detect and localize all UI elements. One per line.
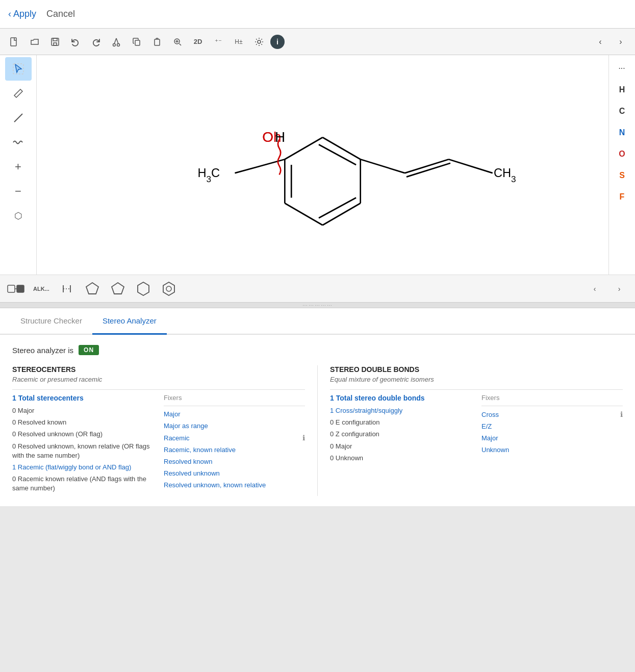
- svg-line-23: [319, 144, 356, 165]
- stereo-double-bonds-section: STEREO DOUBLE BONDS Equal mixture of geo…: [318, 365, 623, 496]
- tab-label: Stereo Analyzer: [103, 316, 157, 325]
- toolbar-arrow-left[interactable]: ‹: [591, 33, 609, 51]
- fixer-ez[interactable]: E/Z: [481, 422, 623, 430]
- bottom-arrow-left[interactable]: ‹: [583, 279, 606, 299]
- fixer-double-major[interactable]: Major: [481, 434, 623, 442]
- fixer-major-as-range[interactable]: Major as range: [164, 422, 305, 430]
- copy-button[interactable]: [128, 33, 146, 51]
- svg-line-11: [180, 43, 182, 45]
- svg-text:CH3: CH3: [494, 166, 516, 184]
- stat-major: 0 Major: [12, 406, 154, 415]
- two-col-layout: STEREOCENTERS Racemic or presumed racemi…: [12, 365, 623, 496]
- cut-button[interactable]: [107, 33, 125, 51]
- erase-tool[interactable]: [5, 82, 32, 105]
- 2d-button[interactable]: 2D: [189, 33, 207, 51]
- svg-marker-43: [163, 282, 174, 295]
- stereocenters-inner: 1 Total stereocenters 0 Major 0 Resolved…: [12, 394, 305, 496]
- S-element-button[interactable]: S: [613, 166, 631, 185]
- bracket-button[interactable]: [55, 279, 79, 299]
- stat-resolved-known: 0 Resolved known: [12, 418, 154, 427]
- svg-rect-0: [11, 38, 16, 46]
- H-element-button[interactable]: H: [613, 81, 631, 99]
- svg-line-22: [285, 137, 322, 159]
- stereo-toggle[interactable]: ON: [79, 345, 99, 355]
- toolbar-arrow-right[interactable]: ›: [612, 33, 630, 51]
- svg-rect-37: [17, 285, 24, 292]
- cancel-button[interactable]: Cancel: [46, 9, 75, 19]
- template-tool[interactable]: ⬡: [5, 204, 32, 228]
- new-file-button[interactable]: [5, 33, 23, 51]
- stereo-double-bonds-fixers: Fixers Cross ℹ E/Z Major Unknown: [481, 394, 623, 465]
- chain-button[interactable]: [4, 279, 28, 299]
- fixer-major[interactable]: Major: [164, 410, 305, 418]
- fixer-unknown[interactable]: Unknown: [481, 446, 623, 454]
- O-element-button[interactable]: O: [613, 145, 631, 163]
- pentagon-open-button[interactable]: [81, 279, 104, 299]
- svg-rect-3: [54, 43, 57, 45]
- cross-info-icon[interactable]: ℹ: [620, 410, 623, 418]
- settings-button[interactable]: [250, 33, 268, 51]
- C-element-button[interactable]: C: [613, 102, 631, 120]
- stereo-double-bonds-subtitle: Equal mixture of geometric isomers: [330, 376, 623, 383]
- apply-arrow-icon: ‹: [8, 9, 11, 19]
- racemic-info-icon[interactable]: ℹ: [302, 434, 305, 442]
- stereocenters-subtitle: Racemic or presumed racemic: [12, 376, 305, 383]
- fixer-resolved-unknown[interactable]: Resolved unknown: [164, 469, 305, 477]
- select-tool[interactable]: [5, 57, 32, 81]
- total-stereo-double-bonds-link[interactable]: 1 Total stereo double bonds: [330, 394, 471, 402]
- svg-point-5: [117, 43, 120, 46]
- stat-racemic-link[interactable]: 1 Racemic (flat/wiggly bond or AND flag): [12, 463, 154, 472]
- bond-single-tool[interactable]: [5, 106, 32, 130]
- pentagon-button[interactable]: [106, 279, 130, 299]
- fixer-resolved-known[interactable]: Resolved known: [164, 458, 305, 465]
- info-button[interactable]: i: [270, 35, 285, 49]
- svg-rect-2: [53, 38, 57, 41]
- bottom-tools: ALK... ‹ ›: [0, 275, 635, 302]
- total-stereocenters-link[interactable]: 1 Total stereocenters: [12, 394, 154, 402]
- minus-tool[interactable]: −: [5, 180, 32, 203]
- fixer-cross[interactable]: Cross ℹ: [481, 410, 623, 418]
- stereo-analyzer-tab[interactable]: Stereo Analyzer: [92, 308, 167, 335]
- stat-racemic-known: 0 Racemic known relative (AND flags with…: [12, 475, 154, 493]
- save-button[interactable]: [46, 33, 64, 51]
- tab-bar: Structure Checker Stereo Analyzer: [0, 308, 635, 335]
- svg-text:H3C: H3C: [197, 166, 220, 184]
- canvas-area[interactable]: H3C Oh O H CH3: [37, 55, 608, 275]
- undo-button[interactable]: [66, 33, 85, 51]
- right-tools: ··· H C N O S F: [608, 55, 635, 275]
- cancel-label: Cancel: [46, 9, 75, 19]
- svg-rect-9: [155, 39, 160, 45]
- hexagon-button[interactable]: [132, 279, 155, 299]
- F-element-button[interactable]: F: [613, 188, 631, 206]
- fixer-racemic[interactable]: Racemic ℹ: [164, 434, 305, 442]
- grid-tool[interactable]: ···: [613, 59, 631, 78]
- bond-wavy-tool[interactable]: [5, 131, 32, 154]
- drag-handle[interactable]: ⋯⋯⋯⋯⋯: [0, 302, 635, 308]
- paste-button[interactable]: [148, 33, 166, 51]
- redo-button[interactable]: [87, 33, 105, 51]
- hydrogen-button[interactable]: H±: [230, 33, 248, 51]
- search-button[interactable]: [168, 33, 187, 51]
- svg-line-7: [116, 38, 118, 44]
- svg-text:H: H: [275, 129, 285, 145]
- svg-rect-36: [8, 285, 15, 292]
- benzene-button[interactable]: [157, 279, 181, 299]
- fixers-header-2: Fixers: [481, 394, 623, 402]
- bottom-arrow-right[interactable]: ›: [607, 279, 631, 299]
- fixer-racemic-known-relative[interactable]: Racemic, known relative: [164, 446, 305, 454]
- atom-map-button[interactable]: ⁺⁻: [209, 33, 227, 51]
- structure-checker-tab[interactable]: Structure Checker: [10, 308, 92, 335]
- svg-line-20: [285, 203, 322, 225]
- stereo-double-bonds-inner: 1 Total stereo double bonds 1 Cross/stra…: [330, 394, 623, 465]
- svg-line-16: [14, 114, 22, 122]
- apply-button[interactable]: ‹ Apply: [8, 9, 36, 19]
- add-tool[interactable]: +: [5, 155, 32, 179]
- top-bar: ‹ Apply Cancel: [0, 0, 635, 29]
- N-element-button[interactable]: N: [613, 123, 631, 142]
- alk-button[interactable]: ALK...: [30, 279, 53, 299]
- svg-point-44: [166, 286, 171, 291]
- stereo-double-bonds-stats: 1 Total stereo double bonds 1 Cross/stra…: [330, 394, 471, 465]
- fixer-resolved-unknown-known-relative[interactable]: Resolved unknown, known relative: [164, 481, 305, 489]
- open-button[interactable]: [26, 33, 44, 51]
- stat-cross-straight[interactable]: 1 Cross/straight/squiggly: [330, 406, 471, 415]
